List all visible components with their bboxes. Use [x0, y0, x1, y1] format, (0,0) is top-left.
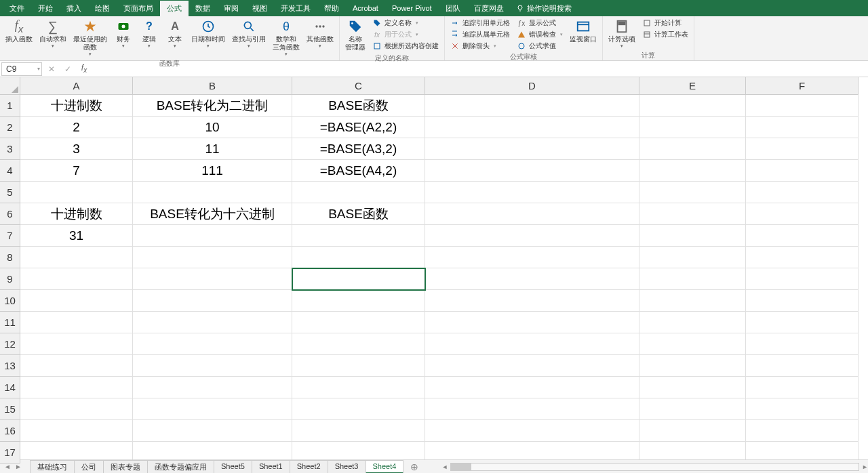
- cell-D12[interactable]: [425, 333, 639, 355]
- cell-D7[interactable]: [425, 225, 639, 247]
- lookup-button[interactable]: 查找与引用 ▾: [229, 18, 269, 50]
- cell-F9[interactable]: [746, 268, 859, 290]
- cell-F14[interactable]: [746, 377, 859, 398]
- cell-D16[interactable]: [425, 420, 639, 442]
- cell-A4[interactable]: 7: [20, 160, 133, 182]
- cell-B4[interactable]: 111: [133, 160, 292, 182]
- cell-E15[interactable]: [639, 398, 746, 420]
- show-formula-button[interactable]: ƒx 显示公式: [514, 18, 566, 28]
- cell-F3[interactable]: [746, 138, 859, 160]
- cell-E8[interactable]: [639, 247, 746, 268]
- cell-C14[interactable]: [292, 377, 425, 398]
- row-header-4[interactable]: 4: [0, 160, 20, 182]
- sheet-tab-函数专题偏应用[interactable]: 函数专题偏应用: [147, 460, 214, 474]
- cell-F4[interactable]: [746, 160, 859, 182]
- cell-F7[interactable]: [746, 225, 859, 247]
- insert-function-button[interactable]: fx 插入函数: [3, 18, 35, 45]
- watch-window-button[interactable]: 监视窗口: [567, 18, 599, 45]
- create-from-selection-button[interactable]: 根据所选内容创建: [370, 41, 441, 52]
- cell-A16[interactable]: [20, 420, 133, 442]
- cell-A15[interactable]: [20, 398, 133, 420]
- cell-C4[interactable]: =BASE(A4,2): [292, 160, 425, 182]
- recent-functions-button[interactable]: 最近使用的 函数 ▾: [71, 18, 110, 58]
- cell-E4[interactable]: [639, 160, 746, 182]
- cell-D14[interactable]: [425, 377, 639, 398]
- name-manager-button[interactable]: 名称 管理器: [342, 18, 368, 53]
- calc-options-button[interactable]: 计算选项 ▾: [606, 18, 638, 50]
- eval-formula-button[interactable]: 公式求值: [514, 41, 566, 52]
- cell-C8[interactable]: [292, 247, 425, 268]
- row-header-9[interactable]: 9: [0, 268, 20, 290]
- column-header-E[interactable]: E: [639, 77, 746, 95]
- cell-D4[interactable]: [425, 160, 639, 182]
- cell-E13[interactable]: [639, 355, 746, 377]
- column-header-D[interactable]: D: [425, 77, 639, 95]
- cell-D1[interactable]: [425, 95, 639, 117]
- cell-F6[interactable]: [746, 203, 859, 225]
- cell-C12[interactable]: [292, 333, 425, 355]
- cell-B1[interactable]: BASE转化为二进制: [133, 95, 292, 117]
- cell-D6[interactable]: [425, 203, 639, 225]
- sheet-tab-Sheet5[interactable]: Sheet5: [214, 460, 252, 474]
- sheet-tab-公司[interactable]: 公司: [74, 460, 103, 474]
- row-header-7[interactable]: 7: [0, 225, 20, 247]
- cell-A9[interactable]: [20, 268, 133, 290]
- cell-C6[interactable]: BASE函数: [292, 203, 425, 225]
- logic-button[interactable]: ? 逻辑 ▾: [137, 18, 161, 50]
- cell-A8[interactable]: [20, 247, 133, 268]
- cell-D2[interactable]: [425, 117, 639, 138]
- tab-帮助[interactable]: 帮助: [317, 1, 346, 16]
- cell-E5[interactable]: [639, 182, 746, 203]
- cell-B6[interactable]: BASE转化为十六进制: [133, 203, 292, 225]
- cell-A14[interactable]: [20, 377, 133, 398]
- cell-E2[interactable]: [639, 117, 746, 138]
- tab-数据[interactable]: 数据: [189, 1, 217, 16]
- sheet-tab-基础练习[interactable]: 基础练习: [30, 460, 74, 474]
- finance-button[interactable]: 财务 ▾: [111, 18, 136, 50]
- row-header-17[interactable]: 17: [0, 442, 20, 464]
- cell-D8[interactable]: [425, 247, 639, 268]
- row-header-1[interactable]: 1: [0, 95, 20, 117]
- cell-C11[interactable]: [292, 312, 425, 333]
- cell-A13[interactable]: [20, 355, 133, 377]
- cell-E12[interactable]: [639, 333, 746, 355]
- tab-审阅[interactable]: 审阅: [217, 1, 245, 16]
- cell-E11[interactable]: [639, 312, 746, 333]
- tab-绘图[interactable]: 绘图: [88, 1, 117, 16]
- cell-A10[interactable]: [20, 290, 133, 312]
- cell-F16[interactable]: [746, 420, 859, 442]
- cell-D10[interactable]: [425, 290, 639, 312]
- row-header-15[interactable]: 15: [0, 398, 20, 420]
- tab-公式[interactable]: 公式: [160, 1, 189, 16]
- cell-B10[interactable]: [133, 290, 292, 312]
- cell-F13[interactable]: [746, 355, 859, 377]
- sheet-tab-Sheet1[interactable]: Sheet1: [252, 460, 290, 474]
- tab-插入[interactable]: 插入: [60, 1, 88, 16]
- cell-C3[interactable]: =BASE(A3,2): [292, 138, 425, 160]
- cell-C13[interactable]: [292, 355, 425, 377]
- cell-F5[interactable]: [746, 182, 859, 203]
- cell-B5[interactable]: [133, 182, 292, 203]
- math-button[interactable]: θ 数学和 三角函数 ▾: [270, 18, 302, 58]
- cell-E14[interactable]: [639, 377, 746, 398]
- text-button[interactable]: A 文本 ▾: [163, 18, 187, 50]
- tab-开始[interactable]: 开始: [31, 1, 60, 16]
- tab-Acrobat[interactable]: Acrobat: [346, 1, 385, 15]
- tab-文件[interactable]: 文件: [3, 1, 31, 16]
- other-functions-button[interactable]: 其他函数 ▾: [304, 18, 336, 50]
- cell-A11[interactable]: [20, 312, 133, 333]
- cell-D15[interactable]: [425, 398, 639, 420]
- cell-C1[interactable]: BASE函数: [292, 95, 425, 117]
- tab-视图[interactable]: 视图: [245, 1, 274, 16]
- trace-dependents-button[interactable]: 追踪从属单元格: [448, 29, 513, 40]
- cell-B15[interactable]: [133, 398, 292, 420]
- tab-百度网盘[interactable]: 百度网盘: [467, 1, 511, 16]
- cell-B13[interactable]: [133, 355, 292, 377]
- add-sheet-button[interactable]: ⊕: [408, 461, 421, 472]
- cell-A7[interactable]: 31: [20, 225, 133, 247]
- sheet-tab-Sheet4[interactable]: Sheet4: [366, 460, 404, 474]
- sheet-nav-prev[interactable]: ◄: [4, 463, 11, 470]
- row-header-5[interactable]: 5: [0, 182, 20, 203]
- horizontal-scrollbar[interactable]: ◄ ►: [441, 463, 868, 471]
- tab-开发工具[interactable]: 开发工具: [274, 1, 317, 16]
